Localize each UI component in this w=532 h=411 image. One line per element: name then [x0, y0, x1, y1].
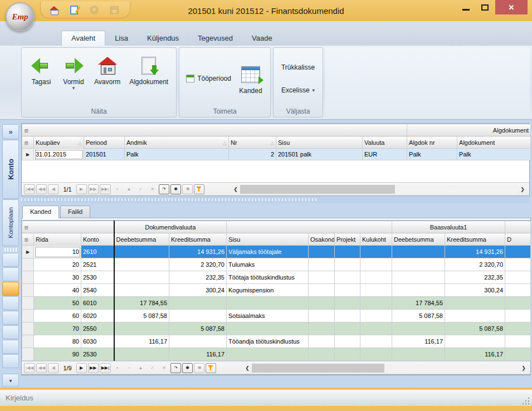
cell-kreedit[interactable]	[169, 335, 227, 348]
cell-deebet2[interactable]	[392, 284, 445, 297]
cell-deebet2[interactable]	[392, 258, 445, 271]
cell-deebet2[interactable]	[392, 322, 445, 335]
cell-kreedit2[interactable]: 14 931,26	[445, 246, 505, 258]
cell-rida[interactable]: 80	[34, 335, 81, 348]
header-konto[interactable]: Konto	[81, 233, 114, 246]
cell-d[interactable]	[505, 322, 531, 335]
row-indicator-cell[interactable]	[22, 258, 34, 271]
sidebar-tab-konto[interactable]: Konto	[2, 140, 19, 199]
nav-next-page-button[interactable]: ▶▶	[88, 184, 99, 194]
header-nr[interactable]: Nr△	[229, 136, 276, 149]
cell-konto[interactable]: 2550	[81, 322, 114, 335]
header-kulukoht[interactable]: Kulukoht	[360, 233, 392, 246]
cell-osakond[interactable]	[309, 297, 335, 310]
cell-rida[interactable]: 30	[34, 271, 81, 284]
cell-rida[interactable]: 70	[34, 322, 81, 335]
nav-refresh-button[interactable]: ↷	[159, 184, 169, 194]
cell-valuuta[interactable]: EUR	[363, 149, 407, 160]
close-button[interactable]: ✕	[495, 0, 528, 14]
nav-next-page-button[interactable]: ▶▶	[88, 363, 99, 373]
sidebar-splitter[interactable]	[4, 248, 17, 252]
cell-osakond[interactable]	[309, 258, 335, 271]
cell-kreedit2[interactable]	[445, 335, 505, 348]
cell-d[interactable]	[505, 246, 531, 258]
cell-kreedit2[interactable]: 232,35	[445, 271, 505, 284]
avavorm-button[interactable]: Avavorm	[90, 50, 125, 86]
cell-projekt[interactable]	[335, 284, 360, 297]
tab-tegevused[interactable]: Tegevused	[188, 31, 242, 46]
nav-add-button[interactable]: +	[112, 363, 123, 373]
cell-projekt[interactable]	[335, 297, 360, 310]
nav-edit-button[interactable]: ▲	[124, 184, 134, 194]
cell-projekt[interactable]	[335, 335, 360, 348]
cell-kulukoht[interactable]	[360, 310, 392, 322]
cell-kulukoht[interactable]	[360, 271, 392, 284]
cell-osakond[interactable]	[309, 335, 335, 348]
cell-nr[interactable]: 2	[229, 149, 276, 160]
header-deebetsumma[interactable]: Deebetsumma	[114, 233, 169, 246]
nav-cancel-button[interactable]: ✕	[159, 363, 169, 373]
scrollbar-track[interactable]	[240, 185, 518, 194]
nav-refresh-button[interactable]: ↷	[170, 363, 181, 373]
cell-d[interactable]	[505, 258, 531, 271]
cell-kreedit2[interactable]: 116,17	[445, 348, 505, 361]
sidebar-mini-button[interactable]	[2, 354, 19, 368]
cell-rida[interactable]: 90	[34, 348, 81, 361]
nav-prev-page-button[interactable]: ◀◀	[36, 363, 47, 373]
scrollbar-thumb[interactable]	[252, 364, 384, 373]
cell-kulukoht[interactable]	[360, 322, 392, 335]
cell-kulukoht[interactable]	[360, 284, 392, 297]
header-rida[interactable]: Rida	[34, 233, 81, 246]
cell-sisu[interactable]: Tulumaks	[227, 258, 309, 271]
nav-first-button[interactable]: |◀◀	[24, 184, 35, 194]
header-osakond[interactable]: Osakond	[309, 233, 335, 246]
cell-projekt[interactable]	[335, 348, 360, 361]
cell-periood[interactable]: 201501	[84, 149, 125, 160]
cell-deebet2[interactable]	[392, 271, 445, 284]
tab-vaade[interactable]: Vaade	[242, 31, 282, 46]
cell-kreedit[interactable]: 14 931,26	[169, 246, 227, 258]
scroll-left-icon[interactable]: ❮	[243, 365, 252, 371]
header-kreeditsumma-baas[interactable]: Kreeditsumma	[445, 233, 505, 246]
nav-prev-button[interactable]: ◀	[48, 184, 58, 194]
cell-projekt[interactable]	[335, 322, 360, 335]
header-d-partial[interactable]: D	[505, 233, 531, 246]
cell-osakond[interactable]	[309, 348, 335, 361]
row-indicator-cell[interactable]	[22, 310, 34, 322]
sidebar-mini-button[interactable]	[2, 253, 19, 267]
cell-kreedit2[interactable]: 300,24	[445, 284, 505, 297]
nav-remove-button[interactable]: −	[124, 363, 134, 373]
nav-prev-button[interactable]: ◀	[48, 363, 58, 373]
nav-bookmark-button[interactable]: ✱	[170, 184, 181, 194]
customize-icon[interactable]: ≣	[24, 140, 28, 146]
sidebar-tab-kontoplaan[interactable]: Kontoplaan	[2, 199, 19, 246]
maximize-button[interactable]	[476, 0, 493, 14]
nav-last-button[interactable]: ▶▶|	[100, 363, 111, 373]
cell-sisu[interactable]: Kogumispension	[227, 284, 309, 297]
header-kreeditsumma[interactable]: Kreeditsumma	[169, 233, 227, 246]
cell-kreedit[interactable]	[169, 297, 227, 310]
cell-andmik[interactable]: Palk	[125, 149, 229, 160]
cell-konto[interactable]: 2610	[81, 246, 114, 258]
scrollbar-track[interactable]	[252, 364, 519, 373]
header-sisu[interactable]: Sisu	[227, 233, 309, 246]
cell-osakond[interactable]	[309, 310, 335, 322]
cell-kreedit[interactable]: 300,24	[169, 284, 227, 297]
cell-deebet[interactable]	[114, 322, 169, 335]
scrollbar-thumb[interactable]	[240, 185, 395, 194]
customize-icon[interactable]: ≣	[24, 224, 28, 231]
algdokument-button[interactable]: Algdokument	[125, 50, 173, 86]
cell-konto[interactable]: 6010	[81, 297, 114, 310]
header-projekt[interactable]: Projekt	[335, 233, 360, 246]
cell-deebet[interactable]	[114, 348, 169, 361]
row-indicator-cell[interactable]	[22, 284, 34, 297]
cell-rida[interactable]: 40	[34, 284, 81, 297]
cell-d[interactable]	[505, 335, 531, 348]
nav-bookmark-button[interactable]: ✱	[182, 363, 193, 373]
nav-add-button[interactable]: +	[112, 184, 123, 194]
nav-goto-bookmark-button[interactable]: '✱	[194, 363, 204, 373]
tab-kanded[interactable]: Kanded	[22, 206, 59, 218]
cell-projekt[interactable]	[335, 271, 360, 284]
cell-kreedit2[interactable]	[445, 297, 505, 310]
cell-konto[interactable]: 6030	[81, 335, 114, 348]
